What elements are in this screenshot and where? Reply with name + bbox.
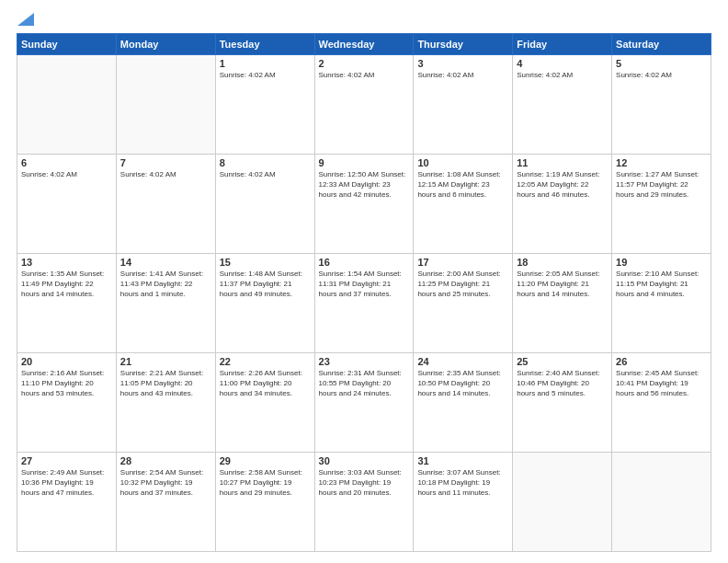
week-row-4: 20Sunrise: 2:16 AM Sunset: 11:10 PM Dayl… — [17, 353, 711, 453]
day-number: 26 — [616, 356, 707, 367]
calendar-cell: 21Sunrise: 2:21 AM Sunset: 11:05 PM Dayl… — [116, 353, 215, 453]
weekday-header-tuesday: Tuesday — [215, 34, 314, 55]
week-row-3: 13Sunrise: 1:35 AM Sunset: 11:49 PM Dayl… — [17, 254, 711, 353]
day-number: 30 — [319, 455, 410, 466]
weekday-header-saturday: Saturday — [612, 34, 711, 55]
svg-marker-0 — [17, 13, 34, 26]
cell-info: Sunrise: 1:41 AM Sunset: 11:43 PM Daylig… — [120, 270, 211, 299]
calendar-cell: 25Sunrise: 2:40 AM Sunset: 10:46 PM Dayl… — [513, 353, 612, 453]
calendar-cell: 11Sunrise: 1:19 AM Sunset: 12:05 AM Dayl… — [513, 155, 612, 254]
calendar-cell: 6Sunrise: 4:02 AM — [17, 155, 117, 254]
day-number: 4 — [517, 58, 608, 69]
weekday-header-row: SundayMondayTuesdayWednesdayThursdayFrid… — [17, 34, 711, 55]
header — [17, 15, 711, 24]
calendar-cell — [612, 453, 711, 552]
day-number: 12 — [616, 157, 707, 168]
cell-info: Sunrise: 2:31 AM Sunset: 10:55 PM Daylig… — [319, 369, 410, 398]
cell-info: Sunrise: 2:35 AM Sunset: 10:50 PM Daylig… — [417, 369, 508, 398]
calendar-cell: 4Sunrise: 4:02 AM — [513, 55, 612, 155]
day-number: 24 — [417, 356, 508, 367]
cell-info: Sunrise: 3:07 AM Sunset: 10:18 PM Daylig… — [417, 468, 508, 498]
day-number: 28 — [120, 455, 211, 466]
page: SundayMondayTuesdayWednesdayThursdayFrid… — [0, 0, 728, 563]
cell-info: Sunrise: 4:02 AM — [220, 71, 311, 81]
calendar-cell: 1Sunrise: 4:02 AM — [215, 55, 314, 155]
day-number: 1 — [220, 58, 311, 69]
weekday-header-sunday: Sunday — [17, 34, 117, 55]
weekday-header-wednesday: Wednesday — [314, 34, 414, 55]
day-number: 23 — [319, 356, 410, 367]
calendar-cell: 9Sunrise: 12:50 AM Sunset: 12:33 AM Dayl… — [314, 155, 414, 254]
day-number: 14 — [120, 257, 211, 268]
day-number: 20 — [21, 356, 112, 367]
calendar-cell: 22Sunrise: 2:26 AM Sunset: 11:00 PM Dayl… — [215, 353, 314, 453]
calendar-cell: 14Sunrise: 1:41 AM Sunset: 11:43 PM Dayl… — [116, 254, 215, 353]
cell-info: Sunrise: 2:21 AM Sunset: 11:05 PM Daylig… — [120, 369, 211, 398]
cell-info: Sunrise: 2:05 AM Sunset: 11:20 PM Daylig… — [517, 270, 608, 299]
calendar-cell: 31Sunrise: 3:07 AM Sunset: 10:18 PM Dayl… — [414, 453, 513, 552]
cell-info: Sunrise: 1:19 AM Sunset: 12:05 AM Daylig… — [517, 170, 608, 200]
calendar-cell: 24Sunrise: 2:35 AM Sunset: 10:50 PM Dayl… — [414, 353, 513, 453]
cell-info: Sunrise: 4:02 AM — [417, 71, 508, 81]
calendar-cell: 18Sunrise: 2:05 AM Sunset: 11:20 PM Dayl… — [513, 254, 612, 353]
day-number: 5 — [616, 58, 707, 69]
day-number: 16 — [319, 257, 410, 268]
day-number: 29 — [220, 455, 311, 466]
day-number: 3 — [417, 58, 508, 69]
weekday-header-thursday: Thursday — [414, 34, 513, 55]
calendar-cell: 7Sunrise: 4:02 AM — [116, 155, 215, 254]
calendar-cell — [513, 453, 612, 552]
calendar-cell — [116, 55, 215, 155]
day-number: 11 — [517, 157, 608, 168]
day-number: 31 — [417, 455, 508, 466]
calendar-cell: 29Sunrise: 2:58 AM Sunset: 10:27 PM Dayl… — [215, 453, 314, 552]
calendar-cell: 8Sunrise: 4:02 AM — [215, 155, 314, 254]
logo-icon — [17, 9, 34, 26]
day-number: 6 — [21, 157, 112, 168]
weekday-header-monday: Monday — [116, 34, 215, 55]
day-number: 21 — [120, 356, 211, 367]
calendar-cell: 5Sunrise: 4:02 AM — [612, 55, 711, 155]
cell-info: Sunrise: 4:02 AM — [220, 170, 311, 180]
day-number: 19 — [616, 257, 707, 268]
cell-info: Sunrise: 2:54 AM Sunset: 10:32 PM Daylig… — [120, 468, 211, 498]
cell-info: Sunrise: 2:10 AM Sunset: 11:15 PM Daylig… — [616, 270, 707, 299]
calendar-cell: 3Sunrise: 4:02 AM — [414, 55, 513, 155]
cell-info: Sunrise: 2:40 AM Sunset: 10:46 PM Daylig… — [517, 369, 608, 398]
cell-info: Sunrise: 12:50 AM Sunset: 12:33 AM Dayli… — [319, 170, 410, 200]
week-row-2: 6Sunrise: 4:02 AM7Sunrise: 4:02 AM8Sunri… — [17, 155, 711, 254]
calendar-cell: 16Sunrise: 1:54 AM Sunset: 11:31 PM Dayl… — [314, 254, 414, 353]
calendar-cell: 19Sunrise: 2:10 AM Sunset: 11:15 PM Dayl… — [612, 254, 711, 353]
day-number: 17 — [417, 257, 508, 268]
day-number: 25 — [517, 356, 608, 367]
cell-info: Sunrise: 1:08 AM Sunset: 12:15 AM Daylig… — [417, 170, 508, 200]
day-number: 2 — [319, 58, 410, 69]
calendar-cell: 28Sunrise: 2:54 AM Sunset: 10:32 PM Dayl… — [116, 453, 215, 552]
cell-info: Sunrise: 2:49 AM Sunset: 10:36 PM Daylig… — [21, 468, 112, 498]
week-row-1: 1Sunrise: 4:02 AM2Sunrise: 4:02 AM3Sunri… — [17, 55, 711, 155]
cell-info: Sunrise: 4:02 AM — [616, 71, 707, 81]
cell-info: Sunrise: 3:03 AM Sunset: 10:23 PM Daylig… — [319, 468, 410, 498]
cell-info: Sunrise: 1:54 AM Sunset: 11:31 PM Daylig… — [319, 270, 410, 299]
cell-info: Sunrise: 1:48 AM Sunset: 11:37 PM Daylig… — [220, 270, 311, 299]
cell-info: Sunrise: 2:58 AM Sunset: 10:27 PM Daylig… — [220, 468, 311, 498]
cell-info: Sunrise: 1:35 AM Sunset: 11:49 PM Daylig… — [21, 270, 112, 299]
calendar-cell: 13Sunrise: 1:35 AM Sunset: 11:49 PM Dayl… — [17, 254, 117, 353]
week-row-5: 27Sunrise: 2:49 AM Sunset: 10:36 PM Dayl… — [17, 453, 711, 552]
calendar-table: SundayMondayTuesdayWednesdayThursdayFrid… — [17, 33, 711, 552]
cell-info: Sunrise: 1:27 AM Sunset: 11:57 PM Daylig… — [616, 170, 707, 200]
calendar-cell: 12Sunrise: 1:27 AM Sunset: 11:57 PM Dayl… — [612, 155, 711, 254]
calendar-cell: 30Sunrise: 3:03 AM Sunset: 10:23 PM Dayl… — [314, 453, 414, 552]
calendar-cell: 23Sunrise: 2:31 AM Sunset: 10:55 PM Dayl… — [314, 353, 414, 453]
calendar-cell: 15Sunrise: 1:48 AM Sunset: 11:37 PM Dayl… — [215, 254, 314, 353]
calendar-cell: 2Sunrise: 4:02 AM — [314, 55, 414, 155]
day-number: 7 — [120, 157, 211, 168]
day-number: 22 — [220, 356, 311, 367]
calendar-cell: 27Sunrise: 2:49 AM Sunset: 10:36 PM Dayl… — [17, 453, 117, 552]
day-number: 8 — [220, 157, 311, 168]
cell-info: Sunrise: 4:02 AM — [517, 71, 608, 81]
cell-info: Sunrise: 2:26 AM Sunset: 11:00 PM Daylig… — [220, 369, 311, 398]
calendar-cell: 26Sunrise: 2:45 AM Sunset: 10:41 PM Dayl… — [612, 353, 711, 453]
calendar-cell: 20Sunrise: 2:16 AM Sunset: 11:10 PM Dayl… — [17, 353, 117, 453]
day-number: 9 — [319, 157, 410, 168]
